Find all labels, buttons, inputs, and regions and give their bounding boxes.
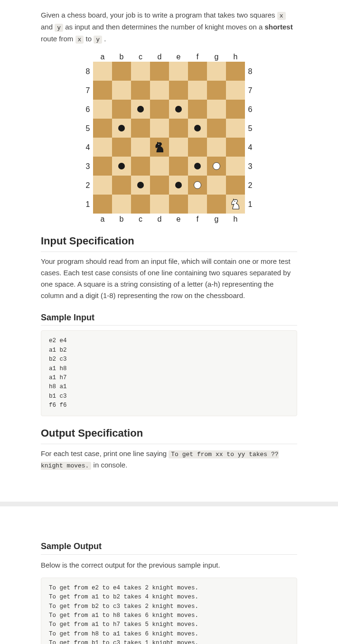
board-coord: 8 bbox=[245, 62, 255, 81]
board-coord: 3 bbox=[245, 157, 255, 176]
board-coord: 7 bbox=[245, 81, 255, 100]
board-square bbox=[112, 62, 131, 81]
code-x: x bbox=[277, 12, 286, 20]
board-square bbox=[93, 119, 112, 138]
board-square bbox=[169, 176, 188, 195]
board-square bbox=[150, 157, 169, 176]
board-square bbox=[93, 100, 112, 119]
shortest-word: shortest bbox=[264, 23, 292, 31]
board-square bbox=[150, 138, 169, 157]
board-square bbox=[169, 157, 188, 176]
board-coord: 5 bbox=[83, 119, 93, 138]
sample-output-code: To get from e2 to e4 takes 2 knight move… bbox=[41, 578, 297, 644]
board-coord: a bbox=[93, 214, 112, 224]
board-square bbox=[207, 62, 226, 81]
board-square bbox=[93, 157, 112, 176]
board-coord: d bbox=[150, 51, 169, 62]
section-divider bbox=[0, 502, 338, 506]
chess-board: abcdefgh8877665544332211abcdefgh bbox=[41, 51, 297, 224]
board-square bbox=[207, 176, 226, 195]
board-coord: 1 bbox=[83, 195, 93, 214]
board-square bbox=[150, 81, 169, 100]
board-square bbox=[150, 100, 169, 119]
board-square bbox=[131, 138, 150, 157]
board-coord: e bbox=[169, 51, 188, 62]
move-dot-black bbox=[175, 106, 182, 112]
move-dot-white bbox=[194, 181, 201, 189]
board-square bbox=[150, 176, 169, 195]
board-coord: b bbox=[112, 51, 131, 62]
board-square bbox=[207, 138, 226, 157]
board-coord: 3 bbox=[83, 157, 93, 176]
board-square bbox=[93, 195, 112, 214]
board-square bbox=[226, 195, 245, 214]
svg-point-1 bbox=[235, 201, 235, 202]
board-square bbox=[112, 81, 131, 100]
board-square bbox=[226, 157, 245, 176]
board-square bbox=[112, 157, 131, 176]
board-square bbox=[131, 62, 150, 81]
board-coord: a bbox=[93, 51, 112, 62]
board-coord: g bbox=[207, 214, 226, 224]
board-coord: 4 bbox=[83, 138, 93, 157]
board-square bbox=[112, 100, 131, 119]
output-spec-heading: Output Specification bbox=[41, 425, 297, 444]
board-coord: g bbox=[207, 51, 226, 62]
board-square bbox=[169, 62, 188, 81]
board-square bbox=[131, 81, 150, 100]
board-square bbox=[226, 62, 245, 81]
board-square bbox=[131, 176, 150, 195]
intro-text: Given a chess board, your job is to writ… bbox=[41, 11, 277, 19]
board-square bbox=[188, 157, 207, 176]
board-square bbox=[188, 119, 207, 138]
move-dot-black bbox=[194, 163, 201, 169]
move-dot-white bbox=[213, 162, 220, 170]
board-coord: d bbox=[150, 214, 169, 224]
sample-input-code: e2 e4 a1 b2 b2 c3 a1 h8 a1 h7 h8 a1 b1 c… bbox=[41, 330, 297, 416]
board-square bbox=[150, 195, 169, 214]
board-square bbox=[226, 119, 245, 138]
board-coord: h bbox=[226, 51, 245, 62]
input-spec-text: Your program should read from an input f… bbox=[41, 256, 297, 301]
board-coord: c bbox=[131, 51, 150, 62]
board-coord: 7 bbox=[83, 81, 93, 100]
board-square bbox=[150, 62, 169, 81]
board-square bbox=[226, 81, 245, 100]
board-coord: f bbox=[188, 214, 207, 224]
board-square bbox=[226, 176, 245, 195]
board-coord bbox=[83, 51, 93, 62]
move-dot-black bbox=[175, 182, 182, 188]
board-square bbox=[226, 138, 245, 157]
board-square bbox=[93, 62, 112, 81]
board-square bbox=[131, 195, 150, 214]
move-dot-black bbox=[137, 182, 144, 188]
board-coord: b bbox=[112, 214, 131, 224]
move-dot-black bbox=[118, 125, 125, 131]
svg-point-0 bbox=[159, 144, 160, 145]
move-dot-black bbox=[194, 125, 201, 131]
board-square bbox=[188, 100, 207, 119]
board-coord: 8 bbox=[83, 62, 93, 81]
board-square bbox=[169, 81, 188, 100]
board-square bbox=[112, 195, 131, 214]
board-square bbox=[112, 119, 131, 138]
board-coord bbox=[245, 51, 255, 62]
board-coord bbox=[83, 214, 93, 224]
white-knight-icon bbox=[228, 197, 243, 211]
board-square bbox=[112, 138, 131, 157]
board-coord: 5 bbox=[245, 119, 255, 138]
board-square bbox=[93, 81, 112, 100]
board-square bbox=[131, 119, 150, 138]
board-square bbox=[207, 81, 226, 100]
board-coord bbox=[245, 214, 255, 224]
board-square bbox=[207, 195, 226, 214]
board-square bbox=[169, 100, 188, 119]
board-square bbox=[131, 100, 150, 119]
board-square bbox=[188, 176, 207, 195]
board-square bbox=[112, 176, 131, 195]
black-knight-icon bbox=[152, 140, 167, 154]
sample-output-desc: Below is the correct output for the prev… bbox=[41, 560, 297, 571]
output-spec-text: For each test case, print one line sayin… bbox=[41, 448, 297, 472]
board-coord: f bbox=[188, 51, 207, 62]
board-coord: h bbox=[226, 214, 245, 224]
